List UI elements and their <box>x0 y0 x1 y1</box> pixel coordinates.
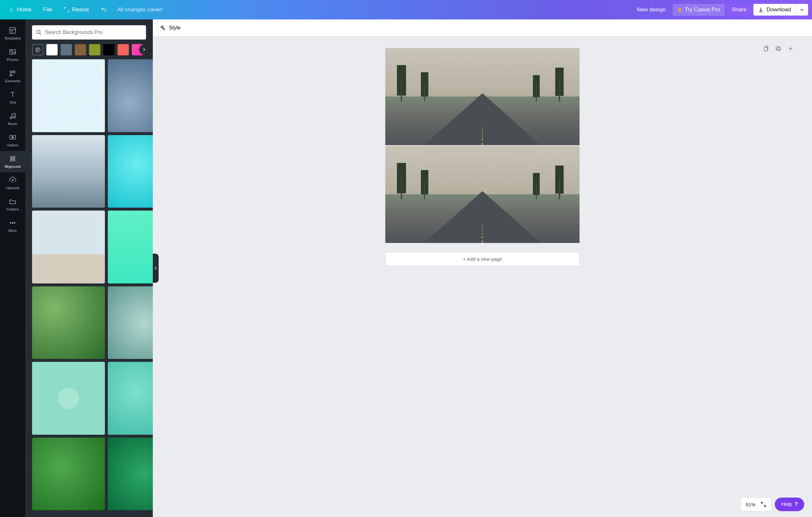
background-thumb-mint-dots[interactable] <box>32 362 105 435</box>
svg-rect-21 <box>764 47 767 51</box>
save-status: All changes saved <box>118 6 162 13</box>
uploads-icon <box>9 176 17 184</box>
svg-rect-22 <box>776 46 779 50</box>
background-thumb-clear-water[interactable] <box>108 362 153 435</box>
background-thumb-misty-mountains[interactable] <box>32 135 105 208</box>
color-swatch-brown[interactable] <box>75 44 86 55</box>
canvas-page-2[interactable] <box>385 146 580 243</box>
svg-point-18 <box>36 49 37 49</box>
background-thumb-rain-bokeh[interactable] <box>108 59 153 132</box>
color-swatch-white[interactable] <box>46 44 58 55</box>
color-swatch-black[interactable] <box>103 44 115 55</box>
background-panel <box>25 20 153 517</box>
share-button[interactable]: Share <box>727 4 751 16</box>
rail-label: Photos <box>7 58 19 61</box>
left-rail: Templates Photos Elements Text Music Vid… <box>0 20 25 517</box>
color-swatch-slate[interactable] <box>61 44 72 55</box>
download-dropdown[interactable] <box>795 4 808 16</box>
new-design-button[interactable]: New design <box>632 4 670 16</box>
copy-style-icon[interactable] <box>763 45 769 52</box>
svg-point-14 <box>14 222 15 223</box>
svg-point-17 <box>36 48 40 52</box>
file-label: File <box>43 6 52 13</box>
try-pro-label: Try Canva Pro <box>685 6 720 13</box>
undo-icon <box>101 7 107 12</box>
chevron-right-icon <box>141 47 147 53</box>
svg-line-16 <box>39 33 41 35</box>
background-thumb-beach-pale[interactable] <box>32 211 105 283</box>
undo-button[interactable] <box>96 4 111 15</box>
add-page-label: + Add a new page <box>463 256 502 262</box>
background-thumb-sea-foam[interactable] <box>108 287 153 359</box>
rail-videos[interactable]: Videos <box>0 130 25 151</box>
rail-elements[interactable]: Elements <box>0 65 25 87</box>
background-thumb-pool-water[interactable] <box>108 135 153 208</box>
share-label: Share <box>732 6 746 13</box>
color-swatch-coral[interactable] <box>118 44 129 55</box>
svg-point-15 <box>36 30 40 34</box>
background-icon <box>9 155 17 163</box>
color-swatch-palette[interactable] <box>32 44 44 55</box>
help-button[interactable]: Help ? <box>775 497 804 511</box>
chevron-down-icon <box>799 7 805 12</box>
color-swatch-olive[interactable] <box>89 44 100 55</box>
download-button[interactable]: Download <box>753 4 795 16</box>
svg-point-7 <box>10 117 12 119</box>
music-icon <box>9 112 17 120</box>
resize-icon <box>64 7 69 12</box>
help-label: Help <box>781 501 792 507</box>
svg-point-13 <box>12 222 13 223</box>
add-page-button[interactable]: + Add a new page <box>385 252 580 266</box>
svg-rect-6 <box>13 71 15 73</box>
resize-button[interactable]: Resize <box>59 4 93 16</box>
page-toolbar <box>763 45 794 52</box>
svg-point-5 <box>10 71 12 73</box>
background-thumb-green-leaves[interactable] <box>32 287 105 359</box>
rail-background[interactable]: Bkground <box>0 151 25 172</box>
videos-icon <box>9 133 17 141</box>
svg-point-20 <box>36 50 37 51</box>
canvas-area[interactable]: + Add a new page 51% Help ? <box>153 36 812 517</box>
try-pro-button[interactable]: ♛ Try Canva Pro <box>673 4 725 16</box>
rail-label: Folders <box>6 207 19 211</box>
background-thumb-green-jellyfish[interactable] <box>108 438 153 511</box>
style-button[interactable]: Style <box>169 25 181 31</box>
background-thumb-mint-gradient[interactable] <box>108 211 153 283</box>
rail-uploads[interactable]: Uploads <box>0 172 25 194</box>
templates-icon <box>9 27 17 34</box>
rail-label: Uploads <box>6 186 20 190</box>
rail-music[interactable]: Music <box>0 108 25 130</box>
rail-more[interactable]: More <box>0 215 25 237</box>
rail-text[interactable]: Text <box>0 87 25 108</box>
rail-templates[interactable]: Templates <box>0 23 25 44</box>
home-label: Home <box>17 6 31 13</box>
svg-rect-0 <box>10 28 16 33</box>
photos-icon <box>9 48 17 56</box>
duplicate-page-icon[interactable] <box>775 45 782 52</box>
rail-photos[interactable]: Photos <box>0 44 25 65</box>
file-menu[interactable]: File <box>38 4 56 16</box>
home-button[interactable]: Home <box>4 4 36 16</box>
workspace: Style <box>153 20 812 517</box>
zoom-control[interactable]: 51% <box>741 498 771 511</box>
new-design-label: New design <box>637 6 666 13</box>
canvas-page-1[interactable] <box>385 48 580 145</box>
background-thumb-diag-light-blue[interactable] <box>32 59 105 132</box>
rail-label: More <box>8 229 17 233</box>
svg-line-26 <box>761 502 763 504</box>
fullscreen-icon[interactable] <box>760 501 766 507</box>
rail-label: Bkground <box>4 165 20 168</box>
add-page-icon[interactable] <box>787 45 794 52</box>
search-icon <box>36 29 42 35</box>
context-toolbar: Style <box>153 20 812 36</box>
text-icon <box>9 91 17 99</box>
search-input[interactable] <box>45 29 142 35</box>
background-thumb-big-leaves[interactable] <box>32 438 105 511</box>
download-label: Download <box>766 6 791 13</box>
color-scroll-right[interactable] <box>139 45 149 54</box>
color-filter-row <box>25 43 153 59</box>
crown-icon: ♛ <box>677 6 682 13</box>
search-box[interactable] <box>32 25 146 39</box>
rail-folders[interactable]: Folders <box>0 194 25 215</box>
rail-label: Videos <box>7 143 19 147</box>
